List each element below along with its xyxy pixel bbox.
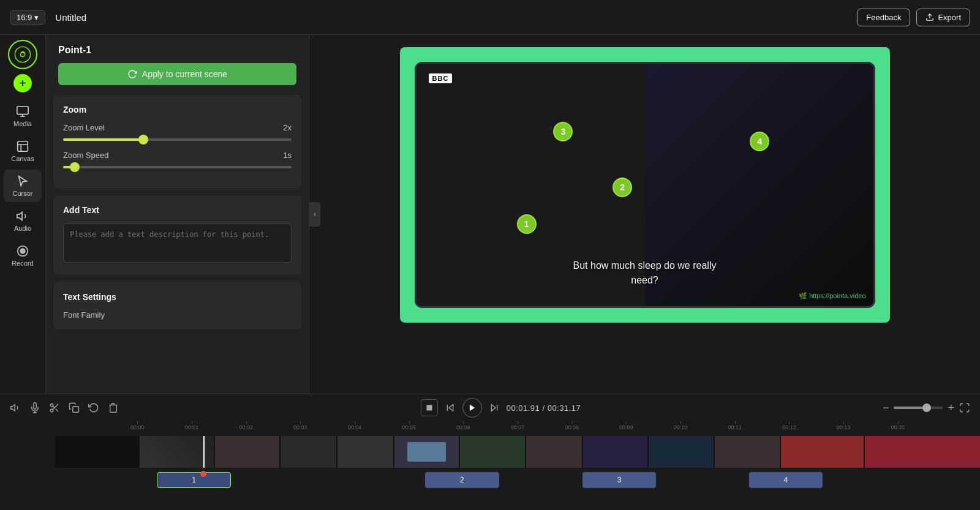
add-button[interactable]: + <box>13 74 32 92</box>
point-marker-4[interactable]: 4 <box>750 132 769 151</box>
ruler-mark-10: 00:10 <box>654 424 708 430</box>
subtitle-line-1: But how much sleep do we really <box>573 260 717 271</box>
sidebar-item-cursor-label: Cursor <box>12 190 32 197</box>
sidebar-item-audio-label: Audio <box>14 225 31 232</box>
export-label: Export <box>938 13 961 22</box>
point-2-segment[interactable]: 2 <box>425 472 499 488</box>
fit-view-icon[interactable] <box>959 402 970 413</box>
video-track-row <box>0 436 980 468</box>
thumb-seg-1 <box>140 436 214 468</box>
delete-icon[interactable] <box>108 402 119 413</box>
add-text-section: Add Text <box>53 195 301 275</box>
audio-icon <box>16 209 29 223</box>
ruler-mark-13: 00:13 <box>816 424 871 430</box>
ruler-mark-8: 00:08 <box>545 424 599 430</box>
sidebar-item-audio[interactable]: Audio <box>4 204 42 237</box>
text-description-wrapper <box>63 223 292 265</box>
timeline-ruler: 00:00 00:01 00:02 00:03 00:04 00:05 00:0… <box>0 421 980 433</box>
sidebar-item-record-label: Record <box>12 260 33 267</box>
sidebar-item-cursor[interactable]: Cursor <box>4 170 42 202</box>
point-1-label: 1 <box>192 476 196 484</box>
zoom-speed-value: 1s <box>283 151 292 160</box>
text-description-input[interactable] <box>63 223 292 263</box>
zoom-level-label: Zoom Level <box>63 123 105 132</box>
sidebar-item-media-label: Media <box>13 120 32 127</box>
point-4-segment[interactable]: 4 <box>749 472 823 488</box>
zoom-level-track <box>63 138 292 141</box>
header-left: 16:9 ▾ Untitled <box>10 10 86 25</box>
point-marker-1[interactable]: 1 <box>517 214 537 234</box>
canvas-icon <box>16 140 29 153</box>
playhead-dot <box>200 471 206 477</box>
next-button[interactable] <box>487 400 502 415</box>
point-marker-1-label: 1 <box>524 219 529 229</box>
microphone-icon[interactable] <box>29 402 40 413</box>
feedback-button[interactable]: Feedback <box>857 9 910 26</box>
zoom-level-thumb[interactable] <box>138 135 148 144</box>
point-1-segment[interactable]: 1 <box>157 472 231 488</box>
zoom-out-button[interactable]: − <box>883 402 889 414</box>
zoom-in-button[interactable]: + <box>948 402 954 414</box>
thumb-seg-2 <box>215 436 280 468</box>
export-button[interactable]: Export <box>916 9 970 26</box>
volume-icon[interactable] <box>10 402 21 413</box>
zoom-section: Zoom Zoom Level 2x Zoom Speed 1s <box>53 95 301 188</box>
header: 16:9 ▾ Untitled Feedback Export <box>0 0 980 35</box>
zoom-level-value: 2x <box>283 123 292 132</box>
timeline-left-controls <box>10 402 119 413</box>
zoom-level-fill <box>63 138 143 141</box>
sidebar-item-media[interactable]: Media <box>4 100 42 132</box>
refresh-icon <box>127 69 137 79</box>
settings-panel: Point-1 Apply to current scene Zoom Zoom… <box>46 35 309 394</box>
apply-to-scene-button[interactable]: Apply to current scene <box>58 63 296 85</box>
main-layout: + Media Canvas Cursor <box>0 35 980 394</box>
svg-rect-15 <box>426 405 432 411</box>
subtitle-line-2: need? <box>631 275 658 285</box>
svg-rect-14 <box>73 407 79 413</box>
zoom-speed-label: Zoom Speed <box>63 151 108 160</box>
media-icon <box>16 105 29 118</box>
points-track: 1 2 3 4 <box>55 472 980 490</box>
project-title[interactable]: Untitled <box>55 12 86 23</box>
svg-marker-18 <box>470 405 475 411</box>
ruler-mark-3: 00:03 <box>273 424 328 430</box>
pointa-watermark: 🌿 https://pointa.video <box>799 292 865 300</box>
point-marker-2-label: 2 <box>620 182 625 192</box>
cut-icon[interactable] <box>49 402 60 413</box>
stop-button[interactable] <box>421 399 438 416</box>
play-icon <box>468 403 477 412</box>
svg-marker-16 <box>449 405 453 411</box>
export-icon <box>925 13 934 21</box>
prev-icon <box>445 403 455 413</box>
timeline-center-controls: 00:01.91 / 00:31.17 <box>421 398 581 418</box>
zoom-speed-thumb[interactable] <box>70 162 80 172</box>
prev-button[interactable] <box>443 400 458 415</box>
thumb-seg-3 <box>281 436 336 468</box>
ruler-mark-12: 00:12 <box>762 424 816 430</box>
sidebar-item-record[interactable]: Record <box>4 239 42 272</box>
apply-btn-label: Apply to current scene <box>142 69 227 79</box>
ruler-mark-4: 00:04 <box>328 424 382 430</box>
brand-logo <box>8 40 37 69</box>
collapse-panel-button[interactable]: ‹ <box>309 202 320 227</box>
copy-icon[interactable] <box>69 402 80 413</box>
cursor-icon <box>16 174 29 188</box>
sidebar-item-canvas[interactable]: Canvas <box>4 135 42 167</box>
ruler-mark-11: 00:11 <box>707 424 762 430</box>
text-settings-section: Text Settings Font Family <box>53 282 301 329</box>
ruler-marks: 00:00 00:01 00:02 00:03 00:04 00:05 00:0… <box>110 424 925 430</box>
svg-marker-8 <box>11 405 15 411</box>
video-track <box>55 436 980 468</box>
zoom-thumb[interactable] <box>922 403 931 412</box>
zoom-section-title: Zoom <box>63 105 292 114</box>
undo-icon[interactable] <box>88 402 99 413</box>
timeline-area: 00:01.91 / 00:31.17 − + 00:00 00:01 00:0… <box>0 394 980 510</box>
thumb-seg-6 <box>460 436 525 468</box>
stop-icon <box>426 404 433 411</box>
ruler-mark-2: 00:02 <box>219 424 273 430</box>
point-4-label: 4 <box>784 476 788 484</box>
svg-rect-4 <box>18 141 28 152</box>
play-button[interactable] <box>462 398 482 418</box>
aspect-ratio-selector[interactable]: 16:9 ▾ <box>10 10 45 25</box>
point-3-segment[interactable]: 3 <box>582 472 657 488</box>
